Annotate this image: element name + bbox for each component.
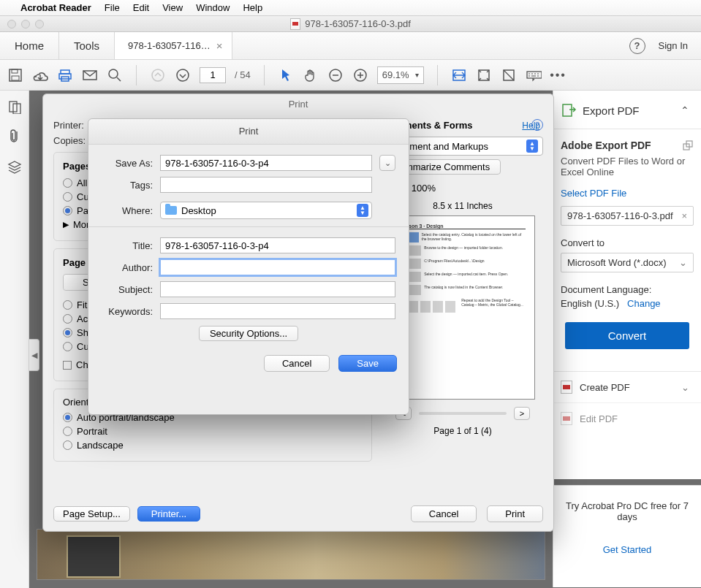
zoom-value: 69.1% (382, 69, 409, 80)
chevron-up-icon[interactable]: ⌃ (681, 104, 689, 116)
menu-file[interactable]: File (105, 2, 120, 13)
print-confirm-button[interactable]: Print (487, 505, 543, 522)
tab-document[interactable]: 978-1-63057-116… × (115, 32, 232, 59)
fit-page-icon[interactable] (476, 67, 492, 83)
collapse-handle[interactable]: ◀ (29, 339, 39, 371)
svg-point-7 (109, 69, 118, 78)
layers-icon[interactable] (7, 159, 23, 174)
search-icon[interactable] (107, 67, 123, 83)
right-tools-panel: Export PDF ⌃ Adobe Export PDF Convert PD… (553, 91, 701, 479)
convert-button[interactable]: Convert (565, 322, 689, 349)
print-icon[interactable] (57, 67, 73, 83)
share-icon[interactable] (682, 140, 694, 151)
save-icon[interactable] (7, 67, 23, 83)
doclang-value: English (U.S.) (561, 298, 619, 309)
tags-label: Tags: (102, 180, 153, 191)
attachments-icon[interactable] (8, 129, 21, 145)
pdf-file-icon (290, 18, 300, 30)
svg-rect-0 (10, 69, 21, 81)
hand-tool-icon[interactable] (303, 67, 319, 83)
subject-input[interactable] (160, 281, 395, 297)
export-pdf-title: Export PDF (583, 104, 640, 117)
traffic-lights[interactable] (0, 20, 44, 28)
edit-pdf-row[interactable]: Edit PDF (553, 402, 701, 434)
window-titlebar: 978-1-63057-116-0-3.pdf (0, 16, 701, 32)
keyboard-icon[interactable] (526, 67, 542, 83)
fullscreen-icon[interactable] (501, 67, 517, 83)
thumbnails-icon[interactable] (7, 99, 22, 114)
select-arrows-icon: ▲▼ (526, 140, 538, 153)
page-number-input[interactable] (200, 67, 226, 83)
select-pdf-link[interactable]: Select PDF File (561, 188, 694, 199)
format-select[interactable]: Microsoft Word (*.docx) ⌄ (561, 253, 694, 272)
sign-in-link[interactable]: Sign In (659, 40, 688, 51)
svg-rect-19 (527, 72, 542, 78)
print-cancel-button[interactable]: Cancel (411, 505, 477, 522)
print-preview: Lesson 3 · Design 1Select the catalog en… (390, 215, 535, 400)
menu-view[interactable]: View (162, 2, 183, 13)
format-value: Microsoft Word (*.docx) (567, 257, 667, 268)
tags-input[interactable] (160, 177, 372, 193)
tab-close-icon[interactable]: × (216, 39, 223, 52)
remove-file-icon[interactable]: × (681, 210, 687, 221)
tab-tools[interactable]: Tools (59, 32, 114, 59)
printer-button[interactable]: Printer... (137, 506, 200, 522)
edit-pdf-icon (561, 412, 572, 425)
saveas-label: Save As: (102, 158, 153, 169)
keywords-input[interactable] (160, 303, 395, 319)
selected-file[interactable]: 978-1-63057-116-0-3.pdf × (561, 206, 694, 226)
title-input[interactable] (160, 237, 395, 253)
svg-point-9 (152, 69, 164, 81)
trial-text: Try Acrobat Pro DC free for 7 days (553, 486, 701, 537)
app-name[interactable]: Acrobat Reader (20, 2, 91, 13)
get-started-link[interactable]: Get Started (553, 537, 701, 562)
cloud-icon[interactable] (32, 67, 48, 83)
save-sheet-title: Print (88, 119, 409, 145)
select-tool-icon[interactable] (278, 67, 294, 83)
mail-icon[interactable] (82, 67, 98, 83)
preview-next-button[interactable]: > (514, 407, 530, 420)
app-tabs: Home Tools 978-1-63057-116… × ? Sign In (0, 32, 701, 60)
page-down-icon[interactable] (175, 67, 191, 83)
menu-window[interactable]: Window (196, 2, 230, 13)
selected-file-name: 978-1-63057-116-0-3.pdf (567, 210, 673, 221)
folder-icon (165, 206, 177, 215)
zoom-in-icon[interactable] (352, 67, 368, 83)
where-value: Desktop (181, 205, 216, 216)
tab-home[interactable]: Home (0, 32, 58, 59)
where-select[interactable]: Desktop ▲▼ (160, 202, 372, 219)
zoom-select[interactable]: 69.1% ▾ (377, 66, 424, 84)
chevron-down-icon: ▾ (415, 71, 419, 79)
page-setup-button[interactable]: Page Setup... (53, 506, 130, 522)
expand-save-icon[interactable]: ⌄ (379, 155, 395, 171)
radio-portrait[interactable]: Portrait (63, 426, 363, 437)
document-area: ◀ Export PDF ⌃ Adobe Export PDF Convert … (0, 91, 701, 588)
page-total: / 54 (235, 69, 251, 80)
create-pdf-row[interactable]: Create PDF ⌄ (553, 371, 701, 402)
change-link[interactable]: Change (627, 298, 661, 309)
print-help-icon[interactable]: ? (531, 119, 543, 131)
mac-menubar: Acrobat Reader File Edit View Window Hel… (0, 0, 701, 16)
save-confirm-button[interactable]: Save (338, 355, 397, 372)
help-icon[interactable]: ? (629, 38, 645, 54)
preview-slider[interactable] (419, 412, 507, 415)
select-arrows-icon: ▲▼ (357, 204, 368, 217)
edit-pdf-label: Edit PDF (580, 413, 618, 424)
menu-help[interactable]: Help (243, 2, 262, 13)
zoom-out-icon[interactable] (327, 67, 344, 83)
document-background (37, 529, 545, 580)
create-pdf-label: Create PDF (580, 382, 630, 393)
more-icon[interactable]: ••• (550, 67, 567, 83)
subject-label: Subject: (102, 284, 153, 295)
page-up-icon[interactable] (150, 67, 166, 83)
adobe-export-title: Adobe Export PDF (561, 140, 651, 151)
menu-edit[interactable]: Edit (133, 2, 149, 13)
fit-width-icon[interactable] (451, 67, 467, 83)
security-options-button[interactable]: Security Options... (199, 326, 298, 341)
saveas-input[interactable] (160, 155, 372, 171)
author-input[interactable] (160, 259, 395, 275)
main-toolbar: / 54 69.1% ▾ ••• (0, 60, 701, 91)
radio-landscape[interactable]: Landscape (63, 440, 363, 451)
adobe-export-sub: Convert PDF Files to Word or Excel Onlin… (561, 156, 694, 177)
save-cancel-button[interactable]: Cancel (264, 355, 330, 372)
